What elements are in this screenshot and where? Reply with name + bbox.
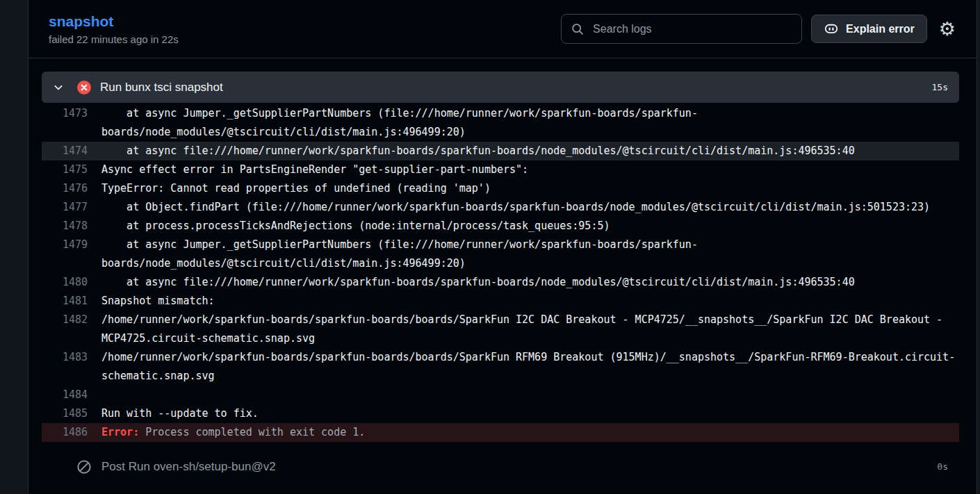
log-line-number bbox=[42, 254, 88, 273]
error-prefix: Error: bbox=[101, 426, 139, 438]
log-area: Run bunx tsci snapshot 15s 1473 at async… bbox=[28, 58, 977, 482]
log-line-number[interactable]: 1486 bbox=[42, 423, 88, 442]
log-line-number[interactable]: 1480 bbox=[42, 273, 88, 292]
log-line-text: at Object.findPart (file:///home/runner/… bbox=[101, 198, 930, 217]
log-row: 1481Snapshot mismatch: bbox=[42, 292, 959, 311]
job-title-link[interactable]: snapshot bbox=[49, 13, 179, 30]
log-line-number[interactable]: 1481 bbox=[42, 292, 88, 311]
log-line-text: boards/node_modules/@tscircuit/cli/dist/… bbox=[101, 123, 466, 142]
log-row: 1483/home/runner/work/sparkfun-boards/sp… bbox=[42, 348, 959, 367]
log-line-text: at process.processTicksAndRejections (no… bbox=[101, 217, 610, 236]
log-line-text: MCP4725.circuit-schematic.snap.svg bbox=[101, 329, 315, 348]
log-row: 1478 at process.processTicksAndRejection… bbox=[42, 217, 959, 236]
step-duration: 15s bbox=[932, 82, 948, 92]
log-row: 1474 at async file:///home/runner/work/s… bbox=[42, 142, 959, 160]
step-title: Run bunx tsci snapshot bbox=[100, 81, 223, 94]
log-row: boards/node_modules/@tscircuit/cli/dist/… bbox=[42, 123, 959, 142]
log-rows: 1473 at async Jumper._getSupplierPartNum… bbox=[42, 104, 959, 442]
gear-icon: ⚙ bbox=[939, 18, 956, 40]
log-line-text: /home/runner/work/sparkfun-boards/sparkf… bbox=[101, 311, 942, 329]
search-logs-input[interactable] bbox=[591, 22, 792, 36]
failed-x-circle-icon bbox=[77, 81, 91, 94]
log-line-text: Async effect error in PartsEngineRender … bbox=[101, 160, 528, 179]
skipped-circle-slash-icon bbox=[76, 459, 92, 475]
log-line-text: boards/node_modules/@tscircuit/cli/dist/… bbox=[101, 254, 466, 273]
log-row: 1484 bbox=[42, 386, 959, 404]
log-line-number[interactable]: 1485 bbox=[42, 404, 88, 423]
log-row: 1475Async effect error in PartsEngineRen… bbox=[42, 160, 959, 179]
search-logs-box[interactable] bbox=[561, 14, 802, 44]
log-viewer-panel: snapshot failed 22 minutes ago in 22s Ex bbox=[28, 0, 977, 494]
log-line-number[interactable]: 1482 bbox=[42, 311, 88, 329]
log-row: 1479 at async Jumper._getSupplierPartNum… bbox=[42, 236, 959, 254]
log-line-text: at async Jumper._getSupplierPartNumbers … bbox=[101, 236, 698, 254]
log-line-text: schematic.snap.svg bbox=[101, 367, 215, 386]
log-row: 1485Run with --update to fix. bbox=[42, 404, 959, 423]
log-line-number[interactable]: 1475 bbox=[42, 160, 88, 179]
explain-error-button[interactable]: Explain error bbox=[811, 15, 927, 43]
post-step-duration: 0s bbox=[937, 461, 948, 472]
log-row: 1482/home/runner/work/sparkfun-boards/sp… bbox=[42, 311, 959, 329]
log-line-number[interactable]: 1478 bbox=[42, 217, 88, 236]
log-line-text: Error: Process completed with exit code … bbox=[101, 423, 365, 442]
log-row: boards/node_modules/@tscircuit/cli/dist/… bbox=[42, 254, 959, 273]
log-line-text: /home/runner/work/sparkfun-boards/sparkf… bbox=[101, 348, 955, 367]
chevron-down-icon[interactable] bbox=[53, 82, 64, 93]
log-line-text: at async file:///home/runner/work/sparkf… bbox=[101, 142, 855, 160]
log-line-number bbox=[42, 367, 88, 386]
log-line-number[interactable]: 1483 bbox=[42, 348, 88, 367]
job-meta: snapshot failed 22 minutes ago in 22s bbox=[49, 13, 179, 45]
log-row: 1473 at async Jumper._getSupplierPartNum… bbox=[42, 104, 959, 123]
log-line-text: Snapshot mismatch: bbox=[101, 292, 215, 311]
log-row: MCP4725.circuit-schematic.snap.svg bbox=[42, 329, 959, 348]
log-row: 1486Error: Process completed with exit c… bbox=[42, 423, 959, 442]
log-line-number[interactable]: 1477 bbox=[42, 198, 88, 217]
step-header-run-bunx-tsci-snapshot[interactable]: Run bunx tsci snapshot 15s bbox=[42, 72, 959, 103]
log-row: 1480 at async file:///home/runner/work/s… bbox=[42, 273, 959, 292]
job-header: snapshot failed 22 minutes ago in 22s Ex bbox=[28, 0, 977, 58]
log-line-number[interactable]: 1484 bbox=[42, 386, 88, 404]
job-status-text: failed 22 minutes ago in 22s bbox=[49, 33, 179, 45]
log-row: schematic.snap.svg bbox=[42, 367, 959, 386]
log-row: 1476TypeError: Cannot read properties of… bbox=[42, 179, 959, 198]
copilot-icon bbox=[824, 22, 839, 37]
log-line-number[interactable]: 1474 bbox=[42, 142, 88, 160]
log-row: 1477 at Object.findPart (file:///home/ru… bbox=[42, 198, 959, 217]
settings-button[interactable]: ⚙ bbox=[939, 19, 956, 38]
post-step-title: Post Run oven-sh/setup-bun@v2 bbox=[101, 460, 276, 474]
explain-error-label: Explain error bbox=[846, 23, 915, 35]
log-line-text: at async Jumper._getSupplierPartNumbers … bbox=[101, 104, 698, 123]
log-line-text: at async file:///home/runner/work/sparkf… bbox=[101, 273, 855, 292]
log-line-number bbox=[42, 329, 88, 348]
log-line-text: Run with --update to fix. bbox=[101, 404, 259, 423]
search-icon bbox=[571, 23, 584, 35]
log-line-number[interactable]: 1476 bbox=[42, 179, 88, 198]
log-line-number[interactable]: 1479 bbox=[42, 236, 88, 254]
log-line-number bbox=[42, 123, 88, 142]
log-line-text: TypeError: Cannot read properties of und… bbox=[101, 179, 491, 198]
step-row-post-run-setup-bun[interactable]: Post Run oven-sh/setup-bun@v2 0s bbox=[42, 451, 959, 482]
log-line-number[interactable]: 1473 bbox=[42, 104, 88, 123]
